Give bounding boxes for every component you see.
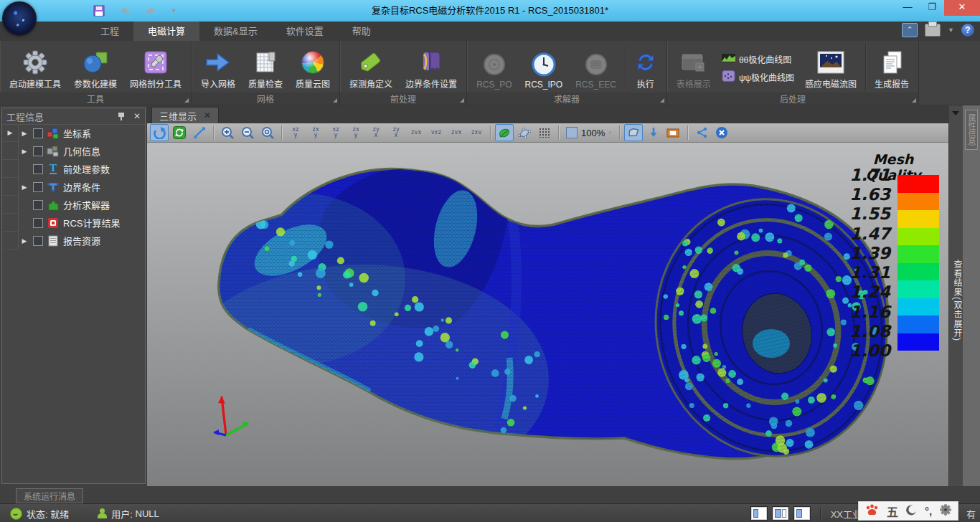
- rotate-view-button[interactable]: [150, 124, 169, 141]
- zoom-in-button[interactable]: [218, 124, 237, 141]
- pan-view-button[interactable]: [190, 124, 209, 141]
- ribbon-button-curve2[interactable]: ψψ极化曲线图: [722, 70, 794, 84]
- viewport-tab-close-icon[interactable]: ✕: [204, 110, 211, 120]
- ime-halfmoon-icon[interactable]: [906, 505, 917, 518]
- zoom-fit-button[interactable]: [258, 124, 277, 141]
- tab-3d-display[interactable]: 三维显示 ✕: [151, 107, 219, 123]
- ribbon-button-param[interactable]: 参数化建模: [67, 43, 123, 92]
- results-collapsed-panel[interactable]: 查看结果(双击展开): [948, 105, 963, 486]
- dialog-launcher-icon[interactable]: [912, 98, 916, 103]
- view-orientation-button-2[interactable]: zx y: [306, 124, 325, 141]
- expander-icon[interactable]: ▶: [4, 129, 16, 136]
- tree-item-7[interactable]: ▶报告资源: [2, 232, 145, 250]
- expander-icon[interactable]: ▶: [19, 148, 30, 155]
- wireframe-mode-button[interactable]: [515, 124, 534, 141]
- restore-button[interactable]: ❐: [920, 0, 944, 16]
- tree-checkbox[interactable]: [33, 182, 43, 192]
- tree-item-5[interactable]: 分析求解器: [2, 196, 145, 214]
- export-down-button[interactable]: [644, 124, 663, 141]
- ribbon-button-qcheck[interactable]: 质量检查: [242, 43, 289, 92]
- menu-tab-2[interactable]: 电磁计算: [133, 22, 199, 41]
- zoom-dropdown-icon[interactable]: ▾: [608, 129, 612, 136]
- ime-settings-icon[interactable]: [940, 504, 951, 518]
- tree-checkbox[interactable]: [33, 146, 43, 156]
- panel-close-icon[interactable]: ✕: [133, 111, 141, 121]
- pin-icon[interactable]: [118, 112, 125, 120]
- points-mode-button[interactable]: [535, 124, 554, 141]
- ribbon-button-report[interactable]: 生成报告: [868, 43, 915, 92]
- ribbon-button-ipo[interactable]: RCS_IPO: [518, 43, 569, 92]
- ime-logo-icon[interactable]: [865, 504, 879, 518]
- view-orientation-button-5[interactable]: zy x: [367, 124, 385, 141]
- ribbon-button-qcloud[interactable]: 质量云图: [289, 43, 336, 92]
- expander-icon[interactable]: ▶: [19, 184, 30, 191]
- tree-item-2[interactable]: ▶几何信息: [2, 142, 145, 160]
- tree-item-label: 分析求解器: [63, 198, 110, 212]
- layout-center-icon[interactable]: [773, 507, 788, 520]
- menu-tab-4[interactable]: 软件设置: [272, 22, 338, 41]
- tree-checkbox[interactable]: [33, 218, 43, 228]
- viewport-canvas[interactable]: Mesh Quality 1.711.631.551.471.391.311.2…: [147, 143, 948, 486]
- view-orientation-button-4[interactable]: zx y: [347, 124, 365, 141]
- po-icon: [482, 49, 507, 80]
- view-orientation-button-6[interactable]: zy x: [387, 124, 405, 141]
- tree-checkbox[interactable]: [33, 200, 43, 210]
- menu-tab-1[interactable]: 工程: [86, 22, 133, 41]
- zoom-level-select[interactable]: 100%▾: [563, 125, 615, 141]
- share-button[interactable]: [692, 124, 711, 141]
- shaded-mode-button[interactable]: [495, 124, 514, 141]
- tree-rail: [2, 232, 19, 250]
- view-orientation-button-3[interactable]: xz y: [326, 124, 345, 141]
- tree-item-6[interactable]: RCS计算结果: [2, 214, 145, 232]
- zoom-out-button[interactable]: [238, 124, 257, 141]
- clear-view-button[interactable]: [712, 124, 731, 141]
- bottom-tab-zone: 系统运行消息: [0, 486, 980, 503]
- menu-tab-5[interactable]: 帮助: [338, 22, 385, 41]
- close-button[interactable]: ✕: [944, 0, 980, 16]
- legend-value-label: 1.08: [843, 323, 890, 340]
- expander-icon[interactable]: ▶: [19, 130, 30, 137]
- layout-right-icon[interactable]: [794, 507, 810, 520]
- minimize-button[interactable]: —: [895, 0, 920, 16]
- ribbon-button-import[interactable]: 导入网格: [194, 43, 242, 92]
- ime-punctuation-button[interactable]: °,: [925, 505, 932, 517]
- tab-system-messages[interactable]: 系统运行消息: [16, 488, 83, 503]
- ribbon-button-gear[interactable]: 启动建模工具: [3, 43, 67, 92]
- dialog-launcher-icon[interactable]: [660, 98, 664, 103]
- tree-item-1[interactable]: ▶▶坐标系: [2, 124, 145, 142]
- print-icon[interactable]: [925, 24, 941, 37]
- ribbon-button-photo[interactable]: 感应电磁流图: [798, 43, 863, 92]
- dialog-launcher-icon[interactable]: [460, 98, 464, 103]
- solver-icon: [46, 199, 60, 211]
- layout-left-icon[interactable]: [751, 507, 767, 520]
- ime-mode-button[interactable]: 五: [887, 503, 898, 520]
- expander-icon[interactable]: ▶: [19, 237, 30, 245]
- view-orientation-button-8[interactable]: vxz: [427, 124, 446, 141]
- help-icon[interactable]: ?: [961, 24, 974, 37]
- dialog-launcher-icon[interactable]: [333, 98, 337, 103]
- collapse-ribbon-icon[interactable]: ⌃: [902, 23, 918, 37]
- app-logo[interactable]: [2, 1, 37, 36]
- view-orientation-button-10[interactable]: zxv: [467, 124, 486, 141]
- dialog-launcher-icon[interactable]: [184, 98, 189, 103]
- ribbon-button-meshtool[interactable]: 网格剖分工具: [123, 43, 188, 92]
- ribbon-button-exec[interactable]: 执行: [628, 43, 664, 92]
- view-orientation-button-7[interactable]: zvx: [407, 124, 425, 141]
- tree-checkbox[interactable]: [33, 236, 43, 246]
- menu-tab-3[interactable]: 数据&显示: [199, 22, 272, 41]
- snapshot-button[interactable]: [624, 124, 643, 141]
- view-orientation-button-9[interactable]: zvx: [447, 124, 466, 141]
- tree-item-3[interactable]: T前处理参数: [2, 160, 145, 178]
- tab-property-info[interactable]: 属性信息: [965, 110, 978, 150]
- ribbon-button-probe[interactable]: 探测角定义: [343, 43, 399, 92]
- tree-checkbox[interactable]: [33, 164, 43, 174]
- results-dropdown-icon[interactable]: [952, 111, 959, 115]
- print-dropdown-icon[interactable]: ▼: [948, 27, 954, 34]
- ribbon-button-bset[interactable]: 边界条件设置: [399, 43, 463, 92]
- tree-checkbox[interactable]: [33, 128, 43, 138]
- spin-view-button[interactable]: [170, 124, 189, 141]
- ribbon-button-curve1[interactable]: θθ极化曲线图: [722, 52, 794, 66]
- image-folder-button[interactable]: [664, 124, 683, 141]
- tree-item-4[interactable]: ▶边界条件: [2, 178, 145, 196]
- view-orientation-button-1[interactable]: xz y: [286, 124, 305, 141]
